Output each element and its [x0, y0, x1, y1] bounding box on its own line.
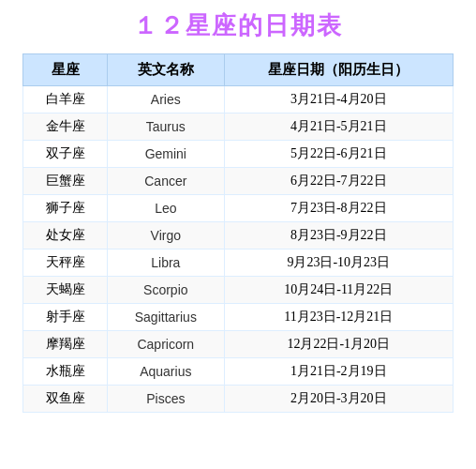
table-row: 水瓶座Aquarius1月21日-2月19日	[23, 358, 454, 386]
zodiac-dates: 12月22日-1月20日	[224, 331, 453, 358]
zodiac-dates: 5月22日-6月21日	[224, 141, 453, 168]
zodiac-dates: 2月20日-3月20日	[224, 386, 453, 413]
zodiac-zh: 双子座	[23, 141, 108, 168]
zodiac-en: Capricorn	[108, 331, 225, 358]
header-col-dates: 星座日期（阳历生日）	[224, 54, 453, 86]
zodiac-zh: 摩羯座	[23, 331, 108, 358]
table-row: 天蝎座Scorpio10月24日-11月22日	[23, 277, 454, 304]
zodiac-dates: 10月24日-11月22日	[224, 277, 453, 304]
zodiac-zh: 金牛座	[23, 113, 108, 141]
zodiac-zh: 水瓶座	[23, 358, 108, 386]
zodiac-zh: 巨蟹座	[23, 168, 108, 195]
zodiac-en: Aries	[108, 86, 225, 113]
zodiac-en: Virgo	[108, 222, 225, 250]
zodiac-dates: 6月22日-7月22日	[224, 168, 453, 195]
zodiac-en: Sagittarius	[108, 304, 225, 331]
zodiac-en: Cancer	[108, 168, 225, 195]
zodiac-zh: 处女座	[23, 222, 108, 250]
zodiac-zh: 白羊座	[23, 86, 108, 113]
zodiac-en: Pisces	[108, 386, 225, 413]
zodiac-zh: 射手座	[23, 304, 108, 331]
table-row: 处女座Virgo8月23日-9月22日	[23, 222, 454, 250]
zodiac-dates: 3月21日-4月20日	[224, 86, 453, 113]
table-header-row: 星座 英文名称 星座日期（阳历生日）	[23, 54, 454, 86]
header-col-zh: 星座	[23, 54, 108, 86]
table-row: 巨蟹座Cancer6月22日-7月22日	[23, 168, 454, 195]
zodiac-zh: 天蝎座	[23, 277, 108, 304]
zodiac-zh: 双鱼座	[23, 386, 108, 413]
table-row: 双子座Gemini5月22日-6月21日	[23, 141, 454, 168]
table-row: 白羊座Aries3月21日-4月20日	[23, 86, 454, 113]
zodiac-zh: 天秤座	[23, 250, 108, 277]
zodiac-en: Aquarius	[108, 358, 225, 386]
table-row: 双鱼座Pisces2月20日-3月20日	[23, 386, 454, 413]
zodiac-dates: 7月23日-8月22日	[224, 195, 453, 222]
zodiac-dates: 11月23日-12月21日	[224, 304, 453, 331]
header-col-en: 英文名称	[108, 54, 225, 86]
zodiac-en: Taurus	[108, 113, 225, 141]
zodiac-dates: 8月23日-9月22日	[224, 222, 453, 250]
zodiac-table: 星座 英文名称 星座日期（阳历生日） 白羊座Aries3月21日-4月20日金牛…	[22, 53, 454, 413]
zodiac-dates: 4月21日-5月21日	[224, 113, 453, 141]
zodiac-zh: 狮子座	[23, 195, 108, 222]
table-row: 天秤座Libra9月23日-10月23日	[23, 250, 454, 277]
zodiac-en: Scorpio	[108, 277, 225, 304]
zodiac-en: Libra	[108, 250, 225, 277]
table-row: 狮子座Leo7月23日-8月22日	[23, 195, 454, 222]
table-row: 金牛座Taurus4月21日-5月21日	[23, 113, 454, 141]
table-row: 摩羯座Capricorn12月22日-1月20日	[23, 331, 454, 358]
page-title: １２星座的日期表	[133, 9, 343, 42]
zodiac-en: Gemini	[108, 141, 225, 168]
zodiac-dates: 9月23日-10月23日	[224, 250, 453, 277]
zodiac-en: Leo	[108, 195, 225, 222]
table-row: 射手座Sagittarius11月23日-12月21日	[23, 304, 454, 331]
zodiac-dates: 1月21日-2月19日	[224, 358, 453, 386]
